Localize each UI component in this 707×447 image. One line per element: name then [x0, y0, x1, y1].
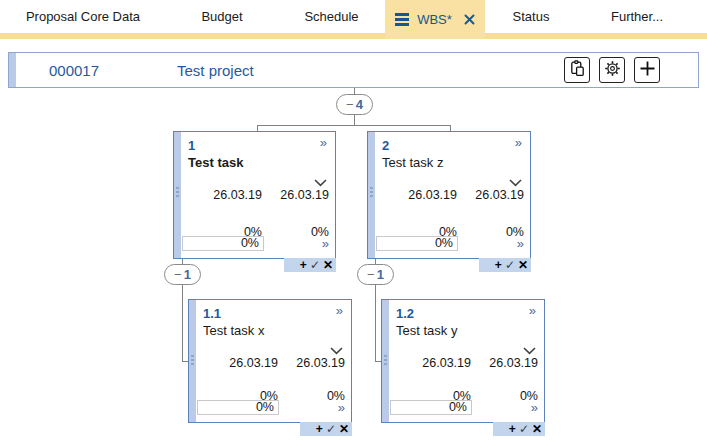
collapse-toggle-task2[interactable]: −1: [357, 264, 394, 285]
collapse-toggle-root[interactable]: −4: [336, 94, 373, 115]
percent-input[interactable]: 0%: [376, 236, 458, 251]
task-title[interactable]: Test task: [188, 155, 243, 170]
expand-row-icon[interactable]: »: [517, 236, 524, 251]
confirm-icon[interactable]: ✓: [310, 259, 320, 271]
expand-row-icon[interactable]: »: [338, 400, 345, 415]
expand-details-icon[interactable]: »: [320, 135, 327, 150]
end-date: 26.03.19: [489, 356, 538, 370]
minus-icon: −: [174, 267, 182, 282]
expand-details-icon[interactable]: »: [529, 303, 536, 318]
task-card-2[interactable]: 2 » Test task z 26.03.19 26.03.19 0% 0% …: [367, 131, 531, 259]
expand-row-icon[interactable]: »: [531, 400, 538, 415]
plus-icon: [639, 60, 656, 81]
connector-line: [375, 285, 376, 361]
task-card-1[interactable]: 1 » Test task 26.03.19 26.03.19 0% 0% 0%…: [173, 131, 336, 259]
wbs-page: Proposal Core Data Budget Schedule WBS* …: [0, 0, 707, 447]
add-child-icon[interactable]: +: [495, 259, 502, 271]
task-title[interactable]: Test task z: [382, 155, 443, 170]
project-name: Test project: [177, 62, 254, 79]
end-date: 26.03.19: [475, 188, 524, 202]
add-child-icon[interactable]: +: [300, 259, 307, 271]
tab-bar: Proposal Core Data Budget Schedule WBS* …: [0, 0, 707, 39]
tab-schedule[interactable]: Schedule: [278, 0, 385, 33]
task-code: 1.1: [203, 306, 221, 321]
drag-handle-icon[interactable]: [191, 355, 194, 367]
node-count: 4: [356, 97, 363, 112]
tab-proposal-core-data[interactable]: Proposal Core Data: [0, 0, 166, 33]
tab-bar-accent-strip: [0, 33, 707, 39]
drag-handle-icon[interactable]: [370, 187, 373, 199]
tab-wbs-label: WBS*: [417, 12, 452, 27]
card-toolbar: + ✓ ✕: [284, 258, 336, 272]
collapse-toggle-task1[interactable]: −1: [164, 264, 201, 285]
end-date: 26.03.19: [280, 188, 329, 202]
expand-row-icon[interactable]: »: [322, 236, 329, 251]
confirm-icon[interactable]: ✓: [326, 423, 336, 435]
gear-icon: [604, 60, 621, 81]
drag-handle-icon[interactable]: [384, 355, 387, 367]
percent-input[interactable]: 0%: [182, 236, 264, 251]
task-title[interactable]: Test task y: [396, 323, 457, 338]
project-header-bar[interactable]: 000017 Test project: [8, 52, 699, 88]
start-date: 26.03.19: [229, 356, 278, 370]
node-count: 1: [377, 267, 384, 282]
close-tab-icon[interactable]: [464, 14, 475, 25]
delete-icon[interactable]: ✕: [323, 259, 333, 271]
task-code: 2: [382, 138, 389, 153]
menu-icon[interactable]: [395, 13, 409, 26]
tab-wbs[interactable]: WBS*: [385, 0, 485, 39]
add-child-icon[interactable]: +: [509, 423, 516, 435]
paste-button[interactable]: [564, 57, 590, 83]
expand-details-icon[interactable]: »: [336, 303, 343, 318]
connector-line: [182, 285, 183, 361]
tab-budget[interactable]: Budget: [166, 0, 278, 33]
delete-icon[interactable]: ✕: [532, 423, 542, 435]
add-child-icon[interactable]: +: [316, 423, 323, 435]
delete-icon[interactable]: ✕: [518, 259, 528, 271]
settings-button[interactable]: [599, 57, 625, 83]
minus-icon: −: [346, 97, 354, 112]
tab-status[interactable]: Status: [485, 0, 577, 33]
task-card-1-1[interactable]: 1.1 » Test task x 26.03.19 26.03.19 0% 0…: [188, 299, 352, 423]
card-toolbar: + ✓ ✕: [479, 258, 531, 272]
expand-details-icon[interactable]: »: [515, 135, 522, 150]
clipboard-icon: [569, 60, 586, 81]
task-code: 1: [188, 138, 195, 153]
start-date: 26.03.19: [408, 188, 457, 202]
add-node-button[interactable]: [634, 57, 660, 83]
project-id: 000017: [49, 62, 177, 79]
delete-icon[interactable]: ✕: [339, 423, 349, 435]
task-card-1-2[interactable]: 1.2 » Test task y 26.03.19 26.03.19 0% 0…: [381, 299, 545, 423]
start-date: 26.03.19: [422, 356, 471, 370]
percent-input[interactable]: 0%: [390, 400, 472, 415]
percent-input[interactable]: 0%: [197, 400, 279, 415]
connector-line: [354, 115, 355, 125]
task-title[interactable]: Test task x: [203, 323, 264, 338]
header-accent-strip: [9, 53, 16, 87]
confirm-icon[interactable]: ✓: [505, 259, 515, 271]
header-actions: [564, 57, 660, 83]
connector-line: [257, 125, 451, 126]
end-date: 26.03.19: [296, 356, 345, 370]
confirm-icon[interactable]: ✓: [519, 423, 529, 435]
tab-further[interactable]: Further...: [577, 0, 697, 33]
minus-icon: −: [367, 267, 375, 282]
task-code: 1.2: [396, 306, 414, 321]
drag-handle-icon[interactable]: [176, 187, 179, 199]
start-date: 26.03.19: [213, 188, 262, 202]
card-toolbar: + ✓ ✕: [493, 422, 545, 436]
card-toolbar: + ✓ ✕: [300, 422, 352, 436]
node-count: 1: [184, 267, 191, 282]
